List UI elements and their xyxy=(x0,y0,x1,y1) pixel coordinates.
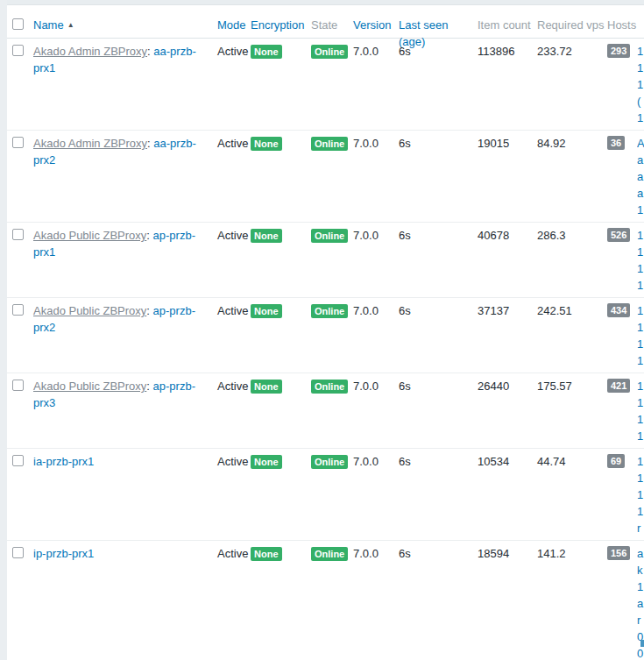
item-count-value: 18594 xyxy=(478,541,537,660)
state-badge: Online xyxy=(311,455,348,469)
host-link[interactable]: 1 xyxy=(637,578,644,595)
host-link[interactable]: k xyxy=(637,562,644,578)
host-link[interactable]: 1 xyxy=(637,486,644,503)
mode-value: Active xyxy=(217,223,251,297)
item-count-value: 10534 xyxy=(478,449,537,540)
hosts-cell: 36 Aaaa1 xyxy=(607,131,644,222)
mode-value: Active xyxy=(217,449,251,540)
required-vps-value: 286.3 xyxy=(537,223,607,297)
host-link[interactable]: 1 xyxy=(637,453,644,470)
state-cell: Online xyxy=(311,298,353,373)
encryption-badge: None xyxy=(251,547,282,561)
proxy-name-cell: Akado Admin ZBProxy: aa-przb-prx2 xyxy=(33,131,217,222)
host-link[interactable]: 0 xyxy=(637,645,644,660)
row-checkbox[interactable] xyxy=(12,229,24,240)
proxy-group-link[interactable]: Akado Admin ZBProxy xyxy=(33,45,147,58)
host-link[interactable]: 1 xyxy=(637,110,644,126)
host-link[interactable]: r xyxy=(637,520,644,536)
host-link[interactable]: 1 xyxy=(637,394,644,411)
proxy-group-link[interactable]: Akado Public ZBProxy xyxy=(33,380,146,393)
host-link[interactable]: a xyxy=(637,185,644,202)
last-seen-value: 6s xyxy=(399,449,478,540)
column-header-encryption-link[interactable]: Encryption xyxy=(251,18,304,32)
state-badge: Online xyxy=(311,547,348,561)
state-cell: Online xyxy=(311,131,353,222)
required-vps-value: 44.74 xyxy=(537,449,607,540)
last-seen-value: 6s xyxy=(399,541,478,660)
state-cell: Online xyxy=(311,449,353,540)
host-link[interactable]: A xyxy=(637,135,644,152)
host-link[interactable]: ( xyxy=(637,93,644,110)
host-link[interactable]: a xyxy=(637,545,644,562)
host-link[interactable]: 1 xyxy=(637,352,644,369)
host-link[interactable]: r xyxy=(637,612,644,628)
proxy-name-link[interactable]: ip-przb-prx1 xyxy=(33,547,94,560)
column-header-encryption[interactable]: Encryption xyxy=(251,17,311,38)
column-header-version[interactable]: Version xyxy=(353,17,399,38)
row-checkbox-cell xyxy=(7,298,33,373)
host-count-badge: 434 xyxy=(607,303,630,317)
table-row: Akado Public ZBProxy: ap-przb-prx1 Activ… xyxy=(7,223,644,298)
column-header-state: State xyxy=(311,17,353,38)
column-header-last-seen[interactable]: Last seen (age) xyxy=(399,17,478,38)
host-link[interactable]: 1 xyxy=(637,43,644,60)
required-vps-value: 233.72 xyxy=(537,39,607,130)
host-link[interactable]: 1 xyxy=(637,76,644,93)
column-header-mode[interactable]: Mode xyxy=(217,17,251,38)
host-link[interactable]: 1 xyxy=(637,60,644,76)
host-link[interactable]: 1 xyxy=(637,470,644,486)
host-link[interactable]: 1 xyxy=(637,227,644,244)
encryption-badge: None xyxy=(251,455,282,469)
row-checkbox-cell xyxy=(7,223,33,297)
host-link[interactable]: a xyxy=(637,168,644,185)
column-header-required-vps: Required vps xyxy=(537,17,607,38)
host-link[interactable]: 1 xyxy=(637,428,644,444)
column-header-name[interactable]: Name▲ xyxy=(33,17,217,38)
table-header-row: Name▲ Mode Encryption State Version Last… xyxy=(7,6,644,39)
host-link[interactable]: 1 xyxy=(637,202,644,218)
row-checkbox[interactable] xyxy=(12,137,24,148)
host-link[interactable]: 1 xyxy=(637,260,644,277)
column-header-mode-link[interactable]: Mode xyxy=(217,18,246,32)
sort-asc-icon: ▲ xyxy=(67,21,74,29)
proxy-group-link[interactable]: Akado Public ZBProxy xyxy=(33,304,146,317)
host-link[interactable]: 1 xyxy=(637,503,644,520)
table-row: Akado Public ZBProxy: ap-przb-prx3 Activ… xyxy=(7,373,644,449)
host-count-badge: 36 xyxy=(607,136,625,150)
table-row: ia-przb-prx1 Active None Online 7.0.0 6s… xyxy=(7,449,644,541)
host-link[interactable]: 1 xyxy=(637,336,644,352)
host-link[interactable]: 1 xyxy=(637,319,644,336)
host-link[interactable]: 1 xyxy=(637,244,644,260)
row-checkbox[interactable] xyxy=(12,45,24,56)
select-all-checkbox[interactable] xyxy=(12,18,24,30)
version-value: 7.0.0 xyxy=(353,449,399,540)
host-link[interactable]: 1 xyxy=(637,277,644,294)
encryption-cell: None xyxy=(251,298,311,373)
row-checkbox[interactable] xyxy=(12,304,24,316)
name-separator: : xyxy=(146,229,152,242)
mode-value: Active xyxy=(217,131,251,222)
mode-value: Active xyxy=(217,298,251,373)
required-vps-value: 84.92 xyxy=(537,131,607,222)
proxy-group-link[interactable]: Akado Admin ZBProxy xyxy=(33,137,147,150)
row-checkbox[interactable] xyxy=(12,380,24,391)
encryption-cell: None xyxy=(251,39,311,130)
row-checkbox[interactable] xyxy=(12,455,24,466)
host-link[interactable]: a xyxy=(637,152,644,168)
host-link[interactable]: 1 xyxy=(637,411,644,428)
version-value: 7.0.0 xyxy=(353,131,399,222)
required-vps-value: 242.51 xyxy=(537,298,607,373)
column-header-name-link[interactable]: Name xyxy=(33,18,64,32)
required-vps-value: 141.2 xyxy=(537,541,607,660)
table-row: Akado Admin ZBProxy: aa-przb-prx2 Active… xyxy=(7,131,644,223)
proxy-name-link[interactable]: ia-przb-prx1 xyxy=(33,455,94,468)
state-badge: Online xyxy=(311,229,348,243)
host-link[interactable]: 1 xyxy=(637,302,644,319)
hosts-cell: 293 111(1 xyxy=(607,39,644,130)
column-header-version-link[interactable]: Version xyxy=(353,18,391,32)
row-checkbox[interactable] xyxy=(12,547,24,558)
last-seen-value: 6s xyxy=(399,131,478,222)
host-link[interactable]: 1 xyxy=(637,378,644,394)
proxy-group-link[interactable]: Akado Public ZBProxy xyxy=(33,229,146,242)
host-link[interactable]: a xyxy=(637,595,644,612)
